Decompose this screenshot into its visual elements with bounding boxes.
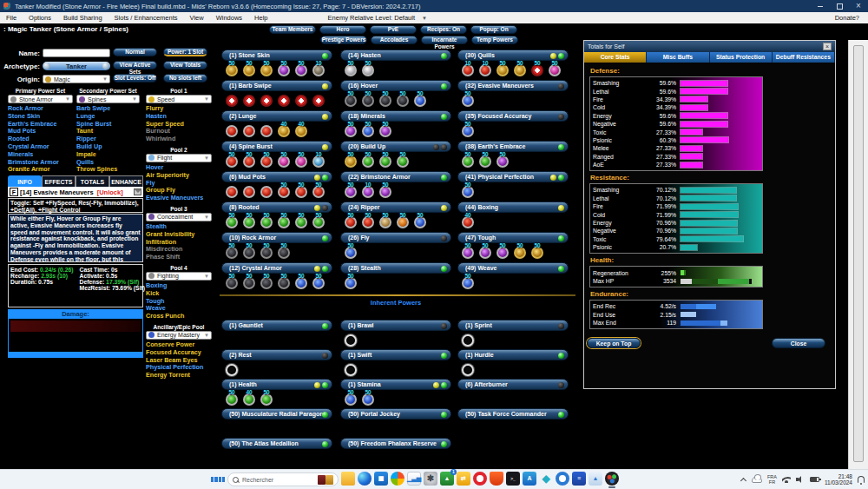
- enhancement-slot[interactable]: 50: [275, 61, 293, 76]
- powerlist-item[interactable]: Throw Spines: [76, 166, 140, 174]
- powerlist-item[interactable]: Granite Armor: [8, 166, 73, 174]
- left-button-view-totals[interactable]: View Totals: [163, 61, 207, 69]
- envelope-icon[interactable]: [134, 188, 141, 195]
- left-button-slot-levels-off[interactable]: Slot Levels: Off: [113, 74, 157, 83]
- power-bar[interactable]: (1) Brawl: [340, 320, 451, 331]
- power-entry[interactable]: (30) Quills101050505050: [457, 50, 569, 80]
- enhancement-slot[interactable]: 50: [342, 182, 359, 198]
- enhancement-slot[interactable]: 50: [342, 61, 359, 76]
- start-button-icon[interactable]: [211, 472, 225, 486]
- enhancement-slot[interactable]: 50: [275, 213, 293, 228]
- enhancement-slot[interactable]: 50: [342, 390, 359, 406]
- keep-on-top-button[interactable]: Keep on Top: [587, 338, 641, 348]
- enhancement-slot[interactable]: 50: [459, 122, 477, 137]
- enhancement-slot[interactable]: 50: [359, 213, 377, 228]
- power-bar[interactable]: (1) Gauntlet: [221, 320, 332, 331]
- power-bar[interactable]: (50) Freedom Phalanx Reserve: [340, 438, 451, 449]
- enhancement-slot[interactable]: 50: [359, 61, 377, 76]
- enhancement-slot[interactable]: 50: [275, 274, 293, 289]
- enhancement-slot[interactable]: 50: [377, 182, 394, 198]
- power-entry[interactable]: (47) Tough5050505050: [457, 232, 569, 262]
- enhancement-slot[interactable]: 50: [377, 213, 394, 228]
- top-button-accolades[interactable]: Accolades: [371, 36, 418, 44]
- top-button-team-members[interactable]: Team Members: [269, 25, 316, 34]
- enhancement-slot[interactable]: [258, 122, 275, 137]
- wifi-icon[interactable]: [782, 476, 791, 483]
- power-entry[interactable]: (16) Hover5050505050: [340, 80, 451, 110]
- enhancement-slot[interactable]: 50: [459, 182, 477, 198]
- enhancement-slot[interactable]: 10: [310, 152, 327, 168]
- enhancement-slot[interactable]: 50: [494, 243, 511, 259]
- power-bar[interactable]: (6) Afterburner: [457, 379, 569, 390]
- enhancement-slot[interactable]: [240, 91, 258, 107]
- enhancement-slot[interactable]: 50: [359, 390, 377, 406]
- background-scrollbar[interactable]: [848, 40, 868, 469]
- name-input[interactable]: [43, 49, 110, 57]
- enhancement-slot[interactable]: 50: [310, 213, 327, 228]
- pool-dropdown[interactable]: Energy Mastery▼: [146, 331, 212, 340]
- enhancement-slot[interactable]: 50: [377, 122, 394, 137]
- enhancement-slot[interactable]: 10: [459, 61, 477, 76]
- minimize-icon[interactable]: [811, 0, 830, 12]
- menu-item-view[interactable]: View: [184, 12, 210, 23]
- primary-powerset-dropdown[interactable]: Stone Armor ▼: [8, 95, 73, 103]
- power-entry[interactable]: (1) Brawl: [340, 320, 451, 349]
- power-entry[interactable]: (28) Stealth50: [340, 262, 451, 293]
- brave-browser-icon[interactable]: [490, 472, 503, 488]
- power-entry[interactable]: (49) Weave50: [457, 262, 569, 293]
- enhancement-slot[interactable]: [310, 91, 327, 107]
- enhancement-slot[interactable]: 50: [223, 152, 240, 168]
- power-bar[interactable]: (38) Earth's Embrace: [457, 141, 569, 152]
- power-entry[interactable]: (6) Afterburner: [457, 379, 569, 408]
- menu-item-build-sharing[interactable]: Build Sharing: [57, 12, 108, 23]
- totals-tab-debuff-resistances[interactable]: Debuff Resistances: [773, 52, 835, 63]
- enhancement-slot[interactable]: 50: [293, 182, 310, 198]
- image-app-icon[interactable]: ▲: [589, 472, 602, 488]
- left-button-no-slots-left[interactable]: No slots left: [163, 74, 207, 83]
- favorite-button[interactable]: F: [10, 188, 18, 196]
- power-bar[interactable]: (10) Rock Armor: [221, 232, 332, 243]
- power-bar[interactable]: (28) Stealth: [340, 262, 451, 274]
- enhancement-slot[interactable]: 50: [494, 152, 511, 168]
- enhancement-slot[interactable]: 50: [546, 61, 563, 76]
- enhancement-slot[interactable]: 50: [459, 91, 477, 107]
- enhancement-slot[interactable]: [240, 182, 258, 198]
- enhancement-slot[interactable]: [342, 331, 359, 347]
- power-entry[interactable]: (1) Stamina5050: [340, 379, 451, 408]
- enhancement-slot[interactable]: 50: [240, 213, 258, 228]
- blue-a-app-icon[interactable]: A: [523, 472, 536, 488]
- blue-ring-app-icon[interactable]: [556, 472, 569, 488]
- enhancement-slot[interactable]: 50: [342, 243, 359, 259]
- enhancement-slot[interactable]: 50: [258, 274, 275, 289]
- enhancement-slot[interactable]: 50: [477, 243, 494, 259]
- enhancement-slot[interactable]: 50: [394, 213, 411, 228]
- power-entry[interactable]: (50) The Atlas Medallion: [221, 438, 332, 467]
- left-button-view-active-sets[interactable]: View Active Sets: [113, 61, 157, 69]
- enhancement-slot[interactable]: 50: [459, 243, 477, 259]
- menu-item-slots-enhancements[interactable]: Slots / Enhancements: [108, 12, 184, 23]
- enhancement-slot[interactable]: 50: [342, 213, 359, 228]
- enhancement-slot[interactable]: 50: [258, 390, 275, 406]
- enhancement-slot[interactable]: 50: [459, 274, 477, 289]
- enhancement-slot[interactable]: 50: [275, 182, 293, 198]
- enhancement-slot[interactable]: 50: [258, 61, 275, 76]
- enhancement-slot[interactable]: 50: [494, 61, 511, 76]
- power-entry[interactable]: (35) Focused Accuracy50: [457, 110, 569, 141]
- top-button-temp-powers[interactable]: Temp Powers: [471, 36, 518, 44]
- power-entry[interactable]: (1) Gauntlet: [221, 320, 332, 349]
- enhancement-slot[interactable]: 40: [240, 390, 258, 406]
- power-bar[interactable]: (1) Sprint: [457, 320, 569, 331]
- language-indicator[interactable]: FRAFR: [767, 474, 777, 485]
- enhancement-slot[interactable]: 10: [477, 61, 494, 76]
- tab-effects[interactable]: EFFECTS: [42, 175, 76, 187]
- enhancement-slot[interactable]: 40: [459, 213, 477, 228]
- power-bar[interactable]: (1) Swift: [340, 349, 451, 360]
- power-bar[interactable]: (2) Lunge: [221, 110, 332, 122]
- microsoft-store-icon[interactable]: ▦: [374, 472, 388, 488]
- power-entry[interactable]: (26) Fly50: [340, 232, 451, 262]
- top-button-recipes-on[interactable]: Recipes: On: [420, 25, 467, 34]
- mids-reborn-icon[interactable]: [605, 472, 619, 488]
- power-entry[interactable]: (50) Freedom Phalanx Reserve: [340, 438, 451, 467]
- power-entry[interactable]: (12) Crystal Armor505050505050: [221, 262, 332, 293]
- left-button-normal[interactable]: Normal: [113, 48, 157, 56]
